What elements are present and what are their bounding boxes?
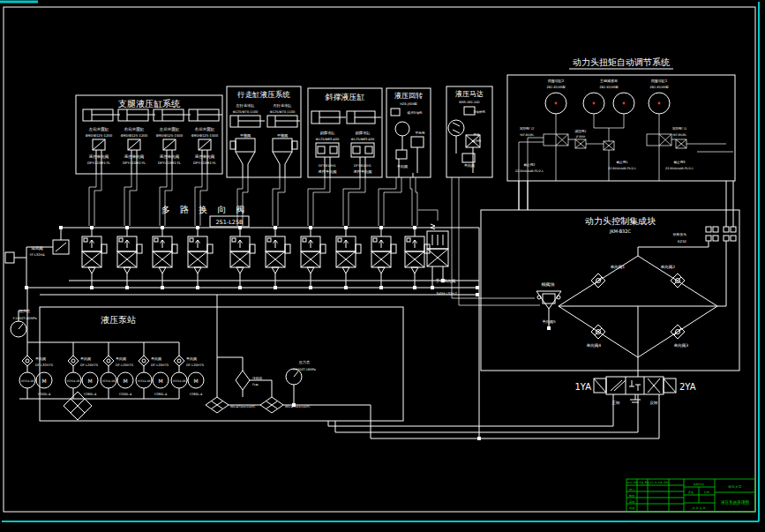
- valve-model: ZZ-B6W/AAB-P1/2-1: [515, 169, 544, 173]
- manifold-title: 多 路 换 向 阀: [161, 205, 249, 214]
- valve-section: [405, 226, 430, 289]
- brace-name: 斜撑油缸: [356, 131, 371, 136]
- pump-group: 单向阀 DF-L20H75 YCY14-1B M Y280L-4: [136, 342, 169, 399]
- relief-valve: 溢流阀 YF-L32H4: [5, 226, 69, 289]
- valve-section: [82, 226, 107, 289]
- travel-valve-name: 平衡阀: [240, 133, 251, 139]
- relief-model: YF-L32H4: [29, 253, 45, 257]
- brace-name: 斜撑油缸: [320, 131, 336, 136]
- pump-model: YCY14-1B: [67, 379, 79, 383]
- manual-directional-valve: 手动换向阀 34SM-L32H-T: [427, 224, 458, 296]
- valve-model: JF-B6H: [575, 135, 586, 139]
- motor-model: Y200L-4: [119, 393, 132, 396]
- brace-cylinder-box: 斜撑液压缸 斜撑油缸 Φ125/Φ63-400 DFY-B10H1 液控单向阀 …: [308, 88, 382, 177]
- brace-cylinder-unit: 斜撑油缸 Φ125/Φ63-400 DFY-B10H1 液控单向阀: [311, 111, 346, 177]
- valve-model: ZZ-B6W/AAB-P1/2-1: [665, 167, 694, 170]
- valve-label: 遥控阀门2: [520, 126, 535, 131]
- mass-label: 质量: [688, 491, 694, 494]
- leg-spec: Φ90/Φ125-1500: [191, 133, 219, 138]
- pump-group: 单向阀 DF-L32H75 YCY14-1B M Y200L-4: [19, 342, 53, 399]
- pump-model: YCY14-1B: [102, 379, 115, 383]
- gauge-label: 主轴减速器: [600, 79, 618, 83]
- quick-couplings: 快换接头 KZ32: [672, 181, 736, 306]
- pump-group: 单向阀 DF-L20H75 YCY14-1B M Y280L-4: [65, 342, 98, 399]
- motor-model: Y280L-4: [154, 393, 168, 396]
- rotary-model: HZB-JS08型: [400, 101, 417, 106]
- check-valve-model: DF-L20H75: [116, 363, 133, 367]
- motor-letter: M: [87, 378, 92, 384]
- check-valve-model: DF-L20H75: [151, 363, 169, 367]
- pressure-gauge-2: 压力表 Y-100ZT-16MPa: [286, 360, 316, 405]
- leg-spec: Φ90/Φ125-1200: [86, 133, 113, 138]
- leg-valve-model: DFY-L10H1-YL: [87, 161, 111, 165]
- revision-header: 标记 处数 分区 更改文件号 签字 日期: [626, 481, 669, 484]
- travel-name: 右行走油缸: [274, 103, 293, 109]
- pump-model: YCY14-1B: [21, 379, 34, 383]
- rotary-system-box: 液压回转 HZB-JS08型 缓冲补油阀 平衡阀 单向阀: [386, 88, 431, 177]
- motor-letter: M: [193, 378, 198, 384]
- valve-label: 遥控阀门1: [672, 126, 687, 131]
- check-valve-model: DF-L32H75: [35, 363, 53, 367]
- travel-cylinder-unit: 左行走油缸 Φ125/Φ70-1100 平衡阀: [230, 103, 265, 177]
- coupling-name: 快换接头: [672, 232, 686, 236]
- check-valve-name: 单向阀: [116, 356, 126, 362]
- valve-section: [153, 226, 177, 289]
- pump-model: YCY14-1B: [173, 379, 185, 383]
- stage-mark: 阶段标记: [694, 483, 704, 486]
- valve-section: [371, 226, 396, 289]
- valve-section: [188, 226, 213, 289]
- rotary-motor-symbol: [395, 122, 409, 136]
- pump-station-box: 液压泵站 压力表 Y-100ZT-40MPa 单向阀 DF-L32H75 YCY…: [11, 288, 403, 421]
- gauge-label: 伺服油缸1: [651, 79, 668, 84]
- travel-spec: Φ125/Φ70-1100: [270, 110, 296, 114]
- cooler-name: 冷却器: [252, 376, 263, 380]
- check-valve-3-label: 单向阀3: [674, 343, 689, 348]
- leg-cylinder-unit: 右后支腿缸 Φ90/Φ125-1500 液控单向阀 DFY-L10H1-YL: [189, 109, 222, 174]
- cooler-model: FL型: [252, 383, 259, 386]
- motor-model: Y280L-4: [190, 393, 203, 396]
- block-title: 动力头控制集成块: [585, 216, 656, 226]
- gauge1-model: Y-100ZT-40MPa: [12, 317, 36, 320]
- torque-gauges: 伺服油缸2 ZB2-63/85型 主轴减速器 ZB2-63/85型 伺服油缸1 …: [545, 79, 670, 114]
- brace-spec: Φ125/Φ63-400: [351, 138, 375, 141]
- role-check: 审核: [629, 500, 635, 504]
- gauge2-name: 压力表: [299, 360, 311, 364]
- leg-valve-name: 液控单向阀: [124, 154, 145, 160]
- motor-model: Y280L-4: [84, 393, 97, 396]
- title-block: 标记 处数 分区 更改文件号 签字 日期 设计 制图 审核 批准 阶段标记 质量…: [626, 479, 755, 512]
- hydraulic-motor-box: 液压马达 BMR-160-2AD 补油梭阀 平衡 缓冲阀 单向阀: [446, 86, 492, 177]
- torque-title: 动力头扭矩自动调节系统: [573, 57, 671, 67]
- block-feed-lines: [519, 181, 528, 210]
- solenoid-2ya-label: 2YA: [679, 382, 696, 392]
- travel-valve-name: 平衡阀: [277, 133, 289, 139]
- block-model: JKM-B32C: [609, 229, 631, 234]
- valve-section: [230, 226, 255, 289]
- scale-label: 比例: [704, 491, 709, 494]
- sheet-frame: [0, 2, 759, 521]
- leg-valve-model: DFY-L10H1-YL: [158, 161, 182, 165]
- motor-model: BMR-160-2AD: [459, 101, 480, 104]
- pressure-gauge-1: 压力表 Y-100ZT-40MPa: [11, 309, 37, 337]
- brace-valve-name: 液控单向阀: [354, 169, 372, 175]
- gauge-model: ZB2-63/85型: [599, 85, 619, 89]
- solenoid-1ya-label: 1YA: [574, 382, 591, 392]
- leg-valve-name: 液控单向阀: [160, 154, 180, 160]
- pump-model: YCY14-1B: [138, 379, 150, 383]
- pump-group: 单向阀 DF-L20H75 YCY14-1B M Y280L-4: [171, 342, 204, 399]
- valve-section: [301, 226, 326, 289]
- leg-name: 左前支腿缸: [89, 126, 109, 132]
- brace-valve-model: DFY-B10H1: [319, 164, 336, 168]
- coupling-model: KZ32: [678, 239, 687, 244]
- leg-cylinder-unit: 右前支腿缸 Φ90/Φ125-1200 液控单向阀 DFY-L10H1-YL: [118, 109, 155, 174]
- motor-symbol: [448, 120, 464, 136]
- feed-lines: [89, 174, 540, 305]
- travel-title: 行走缸液压系统: [236, 90, 290, 99]
- control-block: 动力头控制集成块 JKM-B32C 快换接头 KZ32 单向阀1 单向阀2 单向…: [481, 181, 739, 405]
- brace-valve-name: 液控单向阀: [319, 169, 337, 175]
- valve-model: YKF-B6/BL: [520, 133, 534, 137]
- pump-group: 单向阀 DF-L20H75 YCY14-1B M Y200L-4: [101, 342, 133, 399]
- valve-model: ZZ-B6W/AAB-P1/2-1: [608, 167, 636, 170]
- valve-section: [266, 226, 290, 289]
- travel-name: 左行走油缸: [236, 103, 256, 109]
- motor-model: Y200L-4: [38, 393, 51, 396]
